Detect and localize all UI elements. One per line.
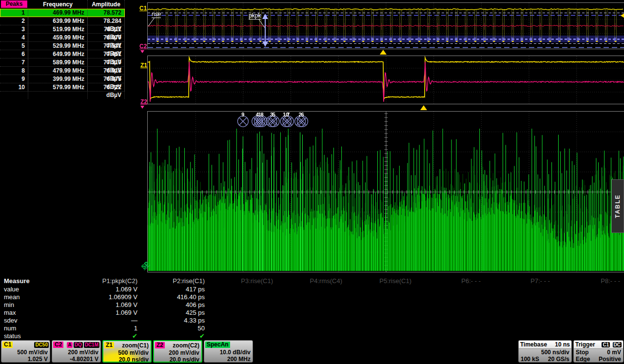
peaks-table-row[interactable]: 10579.99 MHz76.722 dBµV	[0, 83, 125, 92]
measure-table: MeasureP1:pkpk(C2)P2:rise(C1)P3:rise(C1)…	[0, 277, 624, 340]
trigger-position-marker-main[interactable]	[380, 50, 387, 55]
measure-value	[415, 332, 485, 340]
timebase-label: Timebase	[520, 341, 547, 348]
measure-row-label: status	[0, 332, 29, 340]
measure-value	[485, 286, 554, 293]
rise-annotation: rise	[152, 11, 161, 18]
measure-value	[485, 301, 554, 309]
trigger-position-marker-zoom[interactable]	[420, 105, 427, 110]
measure-value	[209, 332, 277, 340]
trigger-level: 0 mV	[607, 349, 621, 356]
peaks-table-row[interactable]: 9399.99 MHz76.875 dBµV	[0, 75, 125, 83]
measure-row: status✔✔	[0, 332, 624, 340]
measure-value	[415, 309, 485, 317]
descriptor-scale: 500 mV/div	[1, 349, 50, 356]
measure-value: 425 ps	[141, 309, 209, 317]
descriptor-box-c1[interactable]: C1DC50500 mV/div1.025 V	[1, 340, 50, 363]
measure-value	[277, 317, 346, 325]
measure-status-check: ✔	[141, 332, 209, 340]
measure-value	[415, 317, 485, 325]
measure-row: mean1.06909 V416.40 ps	[0, 293, 624, 301]
measure-value	[554, 309, 624, 317]
measure-column-header[interactable]: P8:- - -	[554, 277, 624, 286]
descriptor-offset: -4.80201 V	[52, 356, 100, 363]
timebase-box[interactable]: Timebase 10 ns 500 ns/div 100 kS 20 GS/s	[518, 340, 572, 363]
descriptor-box-z1[interactable]: Z1zoom(C1)500 mV/div20.0 ns/div	[102, 340, 152, 363]
measure-value	[415, 325, 485, 332]
measure-value	[485, 332, 554, 340]
descriptor-scale: 500 mV/div	[103, 349, 151, 356]
measure-column-header[interactable]: P1:pkpk(C2)	[29, 277, 141, 286]
descriptor-offset: 20.0 ns/div	[103, 356, 151, 363]
descriptor-bar: C1DC50500 mV/div1.025 VC2ADQDC1M200 mV/d…	[0, 340, 517, 363]
peaks-table-row[interactable]: 7589.99 MHz77.310 dBµV	[0, 58, 125, 67]
measure-value	[209, 317, 277, 325]
trigger-box[interactable]: Trigger C1 DC Stop 0 mV Edge Positive	[573, 340, 624, 363]
descriptor-offset: 1.025 V	[1, 356, 50, 363]
descriptor-scale: 200 mV/div	[52, 349, 100, 356]
measure-value	[346, 332, 415, 340]
coupling-badge: DC1M	[84, 342, 99, 348]
peaks-table-row[interactable]: 4459.99 MHz78.070 dBµV	[0, 34, 125, 42]
measure-value	[554, 325, 624, 332]
measure-value: 4.33 ps	[141, 317, 209, 325]
coupling-badge: A	[67, 342, 72, 348]
oscilloscope-screen: Peaks Frequency Amplitude 1469.99 MHz78.…	[0, 0, 624, 364]
peaks-table-header: Peaks Frequency Amplitude	[0, 0, 125, 9]
measure-column-header[interactable]: P2:rise(C1)	[141, 277, 209, 286]
peaks-table-row[interactable]: 5529.99 MHz77.531 dBµV	[0, 42, 125, 50]
measure-row: max1.069 V425 ps	[0, 309, 624, 317]
timebase-delay: 10 ns	[555, 341, 570, 348]
measure-value	[554, 293, 624, 301]
measure-value: 50	[141, 325, 209, 332]
peaks-table-row[interactable]: 2639.99 MHz78.284 dBµV	[0, 17, 125, 25]
measure-value	[415, 286, 485, 293]
spectrum-canvas	[148, 112, 624, 272]
measure-value	[209, 325, 277, 332]
channel-chip-c2: C2	[53, 342, 63, 348]
channel-chip-z2: Z2	[155, 342, 165, 348]
measure-status-check: ✔	[29, 332, 141, 340]
measure-value	[277, 309, 346, 317]
trigger-type: Edge	[576, 356, 590, 363]
measure-value: —	[29, 317, 141, 325]
graticule-main: rise pkpk	[147, 2, 624, 49]
measure-value: 1	[29, 325, 141, 332]
measure-column-header[interactable]: P5:rise(C1)	[346, 277, 415, 286]
measure-column-header[interactable]: P6:- - -	[415, 277, 485, 286]
measure-value: 1.069 V	[29, 286, 141, 293]
channel-chip-specan: SpecAn	[205, 342, 230, 348]
coupling-badge: DC50	[34, 342, 49, 348]
measure-value	[485, 309, 554, 317]
descriptor-scale: 200 mV/div	[154, 349, 201, 356]
z2-offset-arrow-icon	[140, 106, 144, 109]
descriptor-box-c2[interactable]: C2ADQDC1M200 mV/div-4.80201 V	[52, 340, 101, 363]
peaks-table-row[interactable]: 6649.99 MHz77.451 dBµV	[0, 50, 125, 58]
channel-chip-z1: Z1	[104, 342, 114, 348]
measure-value	[346, 325, 415, 332]
descriptor-box-specan[interactable]: SpecAn10.0 dB/div200 MHz	[204, 340, 253, 363]
descriptor-box-z2[interactable]: Z2zoom(C2)200 mV/div20.0 ns/div	[153, 340, 202, 363]
trigger-level-arrow[interactable]	[621, 13, 624, 18]
peaks-header-amplitude: Amplitude	[88, 0, 125, 9]
peaks-header-chip[interactable]: Peaks	[1, 0, 27, 8]
peaks-table-row[interactable]: 8479.99 MHz76.918 dBµV	[0, 67, 125, 75]
graticule-zoom	[147, 56, 624, 104]
measure-value	[209, 286, 277, 293]
measure-value	[277, 332, 346, 340]
peaks-table-row[interactable]: 3519.99 MHz78.211 dBµV	[0, 25, 125, 34]
peaks-table-row[interactable]: 1469.99 MHz78.572 dBµV	[0, 9, 125, 17]
measure-row: num150	[0, 325, 624, 332]
descriptor-offset: 200 MHz	[204, 356, 253, 363]
measure-column-header[interactable]: P3:rise(C1)	[209, 277, 277, 286]
peak-rank: 10	[0, 83, 28, 99]
measure-row-label: value	[0, 286, 29, 293]
measure-column-header[interactable]: P4:rms(C4)	[277, 277, 346, 286]
peaks-table: Peaks Frequency Amplitude 1469.99 MHz78.…	[0, 0, 125, 92]
peaks-header-frequency: Frequency	[28, 0, 88, 9]
timebase-scale: 500 ns/div	[541, 349, 569, 356]
measure-column-header[interactable]: P7:- - -	[485, 277, 554, 286]
trigger-coupling-badge: DC	[613, 342, 622, 347]
table-tab[interactable]: TABLE	[611, 179, 624, 233]
measure-row-label: mean	[0, 293, 29, 301]
